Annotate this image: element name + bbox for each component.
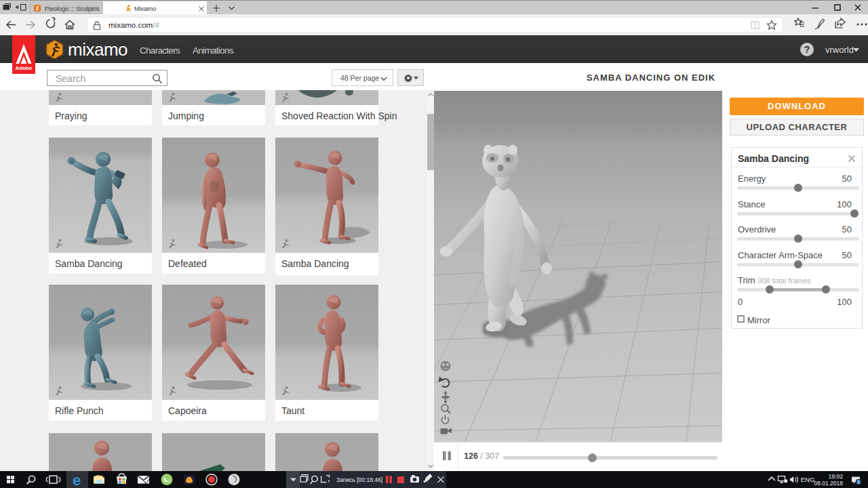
svg-text:e: e xyxy=(73,472,81,488)
svg-text:1: 1 xyxy=(857,479,860,485)
svg-text:08.01.2018: 08.01.2018 xyxy=(814,480,843,487)
svg-text:Adobe: Adobe xyxy=(16,65,33,71)
svg-text:19:02: 19:02 xyxy=(829,473,844,480)
svg-text:ENG: ENG xyxy=(801,476,815,483)
svg-text:Запись [00:18:46]: Запись [00:18:46] xyxy=(336,476,382,483)
